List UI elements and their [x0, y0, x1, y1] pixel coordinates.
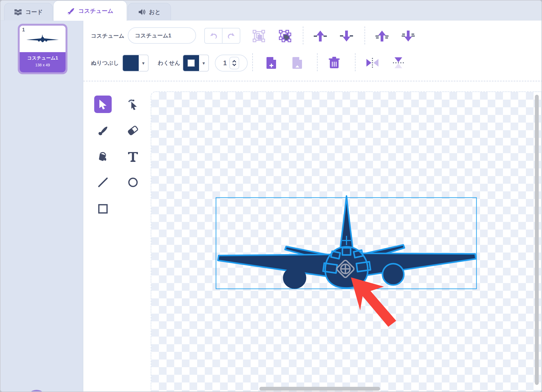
redo-button[interactable] — [222, 28, 240, 43]
costume-name-label: コスチューム — [91, 32, 124, 40]
toolbar-separator — [303, 26, 303, 44]
reshape-icon — [128, 99, 138, 110]
stroke-width-control: 1 — [215, 55, 248, 72]
stroke-width-value: 1 — [223, 60, 227, 67]
airplane-shape[interactable] — [218, 196, 476, 288]
tab-costumes[interactable]: コスチューム — [53, 1, 127, 21]
airplane-thumbnail-icon — [25, 32, 60, 46]
copy-button[interactable] — [263, 54, 280, 72]
outline-color-swatch[interactable]: ▼ — [183, 55, 209, 72]
tool-select[interactable] — [94, 96, 112, 113]
costume-list-sidebar: 1 コスチューム1 138 x 49 — [1, 20, 83, 392]
vertical-scrollbar[interactable] — [535, 95, 539, 385]
chevron-down-icon: ▼ — [139, 55, 148, 71]
canvas-artwork — [151, 91, 542, 392]
tab-bar: コード コスチューム おと — [1, 1, 541, 20]
fill-color-label: ぬりつぶし — [91, 59, 119, 67]
speaker-icon — [138, 8, 146, 16]
toolbar-separator — [365, 26, 365, 44]
tool-eraser[interactable] — [124, 122, 142, 139]
tool-reshape[interactable] — [124, 96, 142, 113]
paint-bucket-icon — [97, 151, 109, 162]
brush-icon — [97, 125, 109, 136]
fill-color-value — [123, 55, 139, 71]
tab-sounds[interactable]: おと — [128, 3, 171, 20]
costume-meta: コスチューム1 138 x 49 — [20, 52, 66, 72]
tab-sounds-label: おと — [149, 8, 161, 16]
forward-button[interactable] — [312, 27, 329, 45]
tool-circle[interactable] — [124, 174, 142, 191]
tool-brush[interactable] — [94, 122, 112, 139]
outline-color-label: わくせん — [158, 59, 180, 67]
tab-code[interactable]: コード — [4, 3, 53, 20]
tool-rectangle[interactable] — [94, 200, 112, 218]
stroke-width-stepper[interactable] — [229, 57, 239, 69]
toolbar-separator — [317, 53, 318, 71]
text-icon — [128, 151, 138, 162]
delete-button[interactable] — [325, 54, 343, 72]
costume-card-selected[interactable]: 1 コスチューム1 138 x 49 — [18, 24, 67, 74]
costume-name: コスチューム1 — [20, 55, 66, 61]
backward-button[interactable] — [338, 27, 355, 45]
tool-text[interactable] — [124, 148, 142, 165]
paint-toolbar: コスチューム — [83, 20, 542, 81]
flip-vertical-button[interactable] — [390, 54, 407, 72]
add-costume-button[interactable] — [26, 390, 47, 392]
fill-color-swatch[interactable]: ▼ — [122, 55, 149, 72]
tool-line[interactable] — [94, 174, 112, 191]
group-button[interactable] — [250, 27, 268, 45]
toolbar-separator — [252, 53, 253, 71]
circle-icon — [128, 177, 138, 188]
tab-code-label: コード — [25, 8, 43, 16]
flip-horizontal-button[interactable] — [364, 54, 381, 72]
chevron-down-icon: ▼ — [199, 55, 208, 71]
undo-redo-group — [204, 28, 240, 44]
costume-thumbnail: 1 — [20, 26, 66, 52]
line-icon — [97, 177, 108, 188]
toolbar-separator — [355, 53, 356, 71]
front-button[interactable] — [373, 27, 391, 45]
costume-number: 1 — [22, 27, 25, 33]
paintbrush-icon — [67, 7, 75, 15]
costume-name-input[interactable] — [128, 27, 196, 44]
undo-button[interactable] — [205, 28, 222, 43]
back-button[interactable] — [399, 27, 417, 45]
eraser-icon — [127, 125, 139, 136]
tab-costumes-label: コスチューム — [78, 7, 113, 15]
outline-color-value — [183, 55, 199, 71]
cursor-icon — [98, 99, 108, 109]
tool-palette — [83, 81, 151, 392]
paste-button[interactable] — [289, 54, 306, 72]
code-blocks-icon — [14, 8, 22, 16]
rectangle-icon — [97, 203, 108, 214]
ungroup-button[interactable] — [276, 27, 294, 45]
tool-fill[interactable] — [94, 148, 112, 165]
scratch-paint-editor: コード コスチューム おと 1 — [0, 0, 542, 392]
costume-size: 138 x 49 — [20, 63, 66, 67]
horizontal-scrollbar[interactable] — [259, 387, 380, 391]
